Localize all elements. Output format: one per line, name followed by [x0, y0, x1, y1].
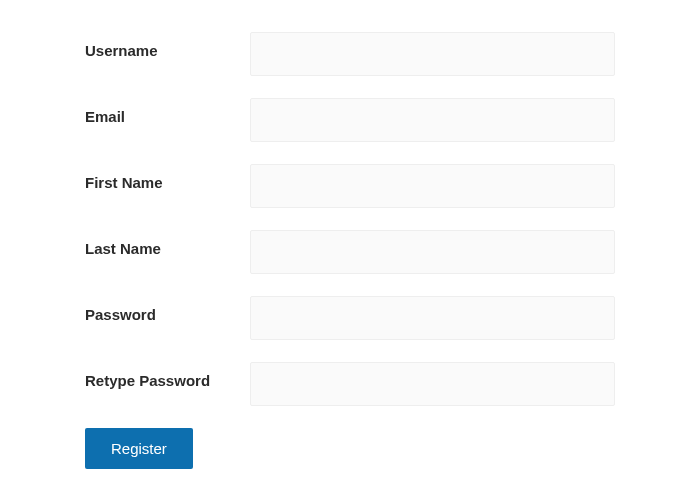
first-name-input[interactable] [250, 164, 615, 208]
email-label: Email [85, 98, 250, 125]
password-row: Password [85, 296, 615, 340]
registration-form: Username Email First Name Last Name Pass… [85, 32, 615, 469]
username-input[interactable] [250, 32, 615, 76]
password-label: Password [85, 296, 250, 323]
last-name-label: Last Name [85, 230, 250, 257]
register-button[interactable]: Register [85, 428, 193, 469]
last-name-input[interactable] [250, 230, 615, 274]
retype-password-label: Retype Password [85, 362, 250, 389]
email-row: Email [85, 98, 615, 142]
username-label: Username [85, 32, 250, 59]
last-name-row: Last Name [85, 230, 615, 274]
retype-password-input[interactable] [250, 362, 615, 406]
submit-row: Register [85, 428, 615, 469]
password-input[interactable] [250, 296, 615, 340]
email-input[interactable] [250, 98, 615, 142]
username-row: Username [85, 32, 615, 76]
first-name-row: First Name [85, 164, 615, 208]
retype-password-row: Retype Password [85, 362, 615, 406]
first-name-label: First Name [85, 164, 250, 191]
